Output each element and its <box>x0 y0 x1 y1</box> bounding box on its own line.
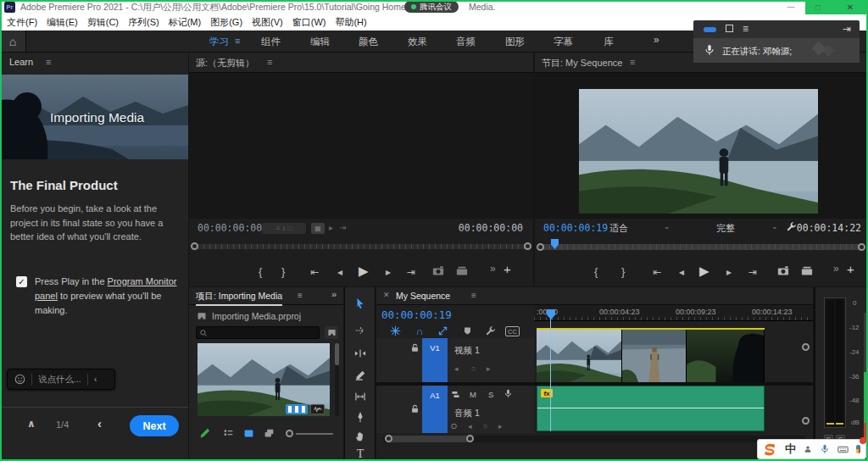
home-icon[interactable]: ⌂ <box>0 31 26 52</box>
meeting-exit-icon[interactable]: ⇥ <box>843 24 851 34</box>
program-fit-chevron-icon[interactable]: ⌄ <box>664 223 670 230</box>
type-tool[interactable]: T <box>354 448 366 460</box>
timeline-hscroll-handle-left[interactable] <box>385 435 392 442</box>
menu-marker[interactable]: 标记(M) <box>169 16 202 29</box>
meeting-list-icon[interactable]: ≡ <box>743 24 748 34</box>
razor-tool[interactable] <box>354 369 366 381</box>
source-panel-menu-icon[interactable]: ≡ <box>267 58 272 67</box>
program-step-back-button[interactable]: ◂ <box>679 267 684 277</box>
source-overwrite-icon[interactable] <box>456 265 468 277</box>
timeline-vscroll-handle-top[interactable] <box>802 343 810 351</box>
v1-next-keyframe-icon[interactable]: ▸ <box>487 365 491 373</box>
next-button[interactable]: Next <box>130 415 179 436</box>
icon-view-icon[interactable] <box>243 428 254 439</box>
project-overflow-icon[interactable]: » <box>331 290 337 299</box>
workspace-overflow-icon[interactable]: » <box>654 35 659 45</box>
snap-magnet-icon[interactable]: ∩ <box>416 326 424 336</box>
source-go-to-out-button[interactable]: ⇥ <box>407 267 415 277</box>
tab-graphics[interactable]: 图形 <box>505 36 525 48</box>
track-select-tool[interactable] <box>354 325 366 336</box>
program-go-to-out-button[interactable]: ⇥ <box>748 267 757 277</box>
source-add-button-icon[interactable]: + <box>504 263 511 275</box>
a1-track-name[interactable]: 音频 1 <box>454 408 480 419</box>
a1-solo-button[interactable]: S <box>488 390 493 399</box>
source-scrub-handle-right[interactable] <box>524 242 531 250</box>
close-button[interactable]: ✕ <box>841 0 860 14</box>
program-timecode[interactable]: 00:00:00:19 <box>543 222 608 234</box>
project-file-name[interactable]: Importing Media.prproj <box>212 311 301 321</box>
program-settings-wrench-icon[interactable] <box>786 221 797 232</box>
meeting-capsule[interactable]: 腾讯会议 <box>404 1 459 13</box>
source-scrubber[interactable] <box>198 244 525 249</box>
program-scrubber[interactable] <box>543 244 859 250</box>
program-extract-icon[interactable] <box>801 265 813 277</box>
a1-next-keyframe-icon[interactable]: ▸ <box>498 423 503 430</box>
timeline-vscroll-handle-bottom[interactable] <box>802 417 810 425</box>
a1-source-patch-icon[interactable] <box>451 390 460 399</box>
learn-panel-menu-icon[interactable]: ≡ <box>46 58 51 67</box>
menu-clip[interactable]: 剪辑(C) <box>87 16 119 29</box>
tab-captions[interactable]: 字幕 <box>554 36 573 48</box>
a1-lock-icon[interactable] <box>410 404 420 414</box>
zoom-slider-knob[interactable] <box>286 430 293 437</box>
audio-clip[interactable]: fx <box>537 386 765 431</box>
menu-file[interactable]: 文件(F) <box>7 16 37 29</box>
maximize-button[interactable]: □ <box>809 0 827 14</box>
tab-learning[interactable]: 学习 <box>209 36 229 48</box>
menu-sequence[interactable]: 序列(S) <box>128 16 159 29</box>
timeline-close-icon[interactable]: ✕ <box>383 292 390 299</box>
program-add-button-icon[interactable]: + <box>847 263 854 275</box>
project-tab-menu-icon[interactable]: ≡ <box>298 292 303 300</box>
minimize-button[interactable]: — <box>782 0 800 14</box>
project-writable-pencil-icon[interactable] <box>199 428 210 439</box>
program-scrub-handle-right[interactable] <box>858 243 865 251</box>
timeline-settings-wrench-icon[interactable] <box>485 325 496 336</box>
ime-person-icon[interactable] <box>804 445 812 453</box>
program-scrub-handle-left[interactable] <box>537 243 544 251</box>
learn-tab[interactable]: Learn <box>9 57 33 67</box>
collapse-up-icon[interactable]: ∧ <box>27 419 36 429</box>
a1-prev-keyframe-icon[interactable]: ◂ <box>468 423 472 430</box>
timeline-timecode[interactable]: 00:00:00:19 <box>381 308 452 321</box>
source-play-button[interactable]: ▶ <box>359 264 369 277</box>
timeline-ruler[interactable]: :00:00 00:00:04:23 00:00:09:23 00:00:14:… <box>534 305 813 321</box>
source-go-to-in-button[interactable]: ⇤ <box>310 267 319 277</box>
program-panel-menu-icon[interactable]: ≡ <box>630 58 635 67</box>
project-search-input[interactable] <box>196 326 320 339</box>
program-quality-chevron-icon[interactable]: ⌄ <box>771 223 778 230</box>
tab-color[interactable]: 颜色 <box>359 36 378 48</box>
slip-tool[interactable] <box>354 391 366 403</box>
program-panel-title[interactable]: 节目: My Sequence <box>542 57 622 69</box>
learn-checkbox[interactable]: ✓ <box>16 276 27 287</box>
hand-tool[interactable] <box>354 430 366 442</box>
source-insert-icon[interactable] <box>432 265 444 277</box>
smiley-icon[interactable] <box>14 374 25 385</box>
timeline-hscroll-bar[interactable] <box>388 436 470 442</box>
timeline-tab-menu-icon[interactable]: ≡ <box>471 292 476 300</box>
source-more-buttons-icon[interactable]: » <box>490 264 496 274</box>
selection-tool[interactable] <box>354 297 366 309</box>
ime-skin-grid-icon[interactable] <box>856 445 860 453</box>
tab-editing[interactable]: 编辑 <box>310 36 330 48</box>
ime-mode-button[interactable]: 中 <box>785 442 796 457</box>
nest-toggle-icon[interactable] <box>390 325 401 336</box>
timeline-tab[interactable]: My Sequence <box>396 291 450 301</box>
sogou-logo-icon[interactable] <box>763 442 777 457</box>
a1-voiceover-mic-icon[interactable] <box>504 389 513 398</box>
program-more-buttons-icon[interactable]: » <box>833 264 839 274</box>
tab-audio[interactable]: 音频 <box>456 36 476 48</box>
ime-mic-icon[interactable] <box>820 444 830 454</box>
video-clip-3[interactable] <box>687 330 765 382</box>
meeting-window-icon[interactable] <box>726 25 733 32</box>
project-filter-button[interactable] <box>325 326 338 339</box>
menu-help[interactable]: 帮助(H) <box>335 16 366 29</box>
source-scrub-handle-left[interactable] <box>191 242 198 250</box>
ripple-edit-tool[interactable] <box>354 347 366 359</box>
menu-edit[interactable]: 编辑(E) <box>47 16 78 29</box>
meeting-minimize-pill-icon[interactable] <box>704 27 716 32</box>
audio-volume-line[interactable] <box>537 408 764 408</box>
v1-prev-keyframe-icon[interactable]: ◂ <box>454 365 459 373</box>
program-quality-dropdown[interactable]: 完整 <box>716 222 735 235</box>
captions-cc-icon[interactable]: CC <box>505 326 520 336</box>
add-marker-icon[interactable] <box>463 326 472 336</box>
